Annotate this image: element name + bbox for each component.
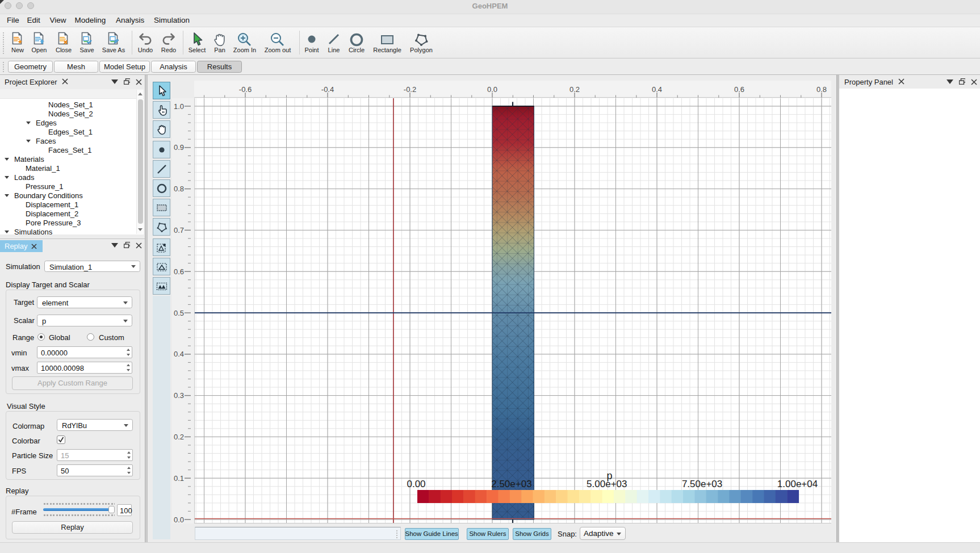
svg-text:1.00e+04: 1.00e+04 xyxy=(777,479,818,489)
svg-text:0.2: 0.2 xyxy=(174,433,184,441)
svg-text:0.5: 0.5 xyxy=(174,309,184,317)
svg-text:-0.6: -0.6 xyxy=(239,85,252,94)
svg-text:0.1: 0.1 xyxy=(174,474,184,483)
svg-text:0.8: 0.8 xyxy=(174,185,184,193)
svg-text:0.0: 0.0 xyxy=(174,516,184,524)
svg-text:-0.4: -0.4 xyxy=(321,85,334,94)
svg-text:0.2: 0.2 xyxy=(569,85,580,94)
svg-text:0.4: 0.4 xyxy=(652,85,662,94)
svg-text:0.7: 0.7 xyxy=(174,226,184,234)
svg-text:0.6: 0.6 xyxy=(174,267,184,276)
svg-text:0.6: 0.6 xyxy=(734,85,744,94)
svg-text:0.3: 0.3 xyxy=(174,391,184,400)
svg-text:0.8: 0.8 xyxy=(816,85,827,94)
svg-text:0.0: 0.0 xyxy=(487,85,497,94)
svg-text:-0.2: -0.2 xyxy=(404,85,416,94)
svg-text:7.50e+03: 7.50e+03 xyxy=(682,479,722,489)
svg-text:0.00: 0.00 xyxy=(407,479,425,489)
svg-text:0.9: 0.9 xyxy=(174,143,184,152)
svg-text:p: p xyxy=(606,470,612,481)
svg-text:2.50e+03: 2.50e+03 xyxy=(491,479,531,489)
svg-text:0.4: 0.4 xyxy=(174,350,184,358)
svg-text:1.0: 1.0 xyxy=(174,102,184,111)
